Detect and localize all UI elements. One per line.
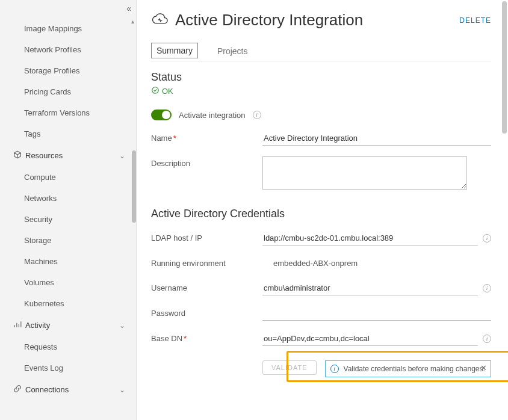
- info-icon: i: [330, 365, 339, 373]
- name-label: Name*: [151, 131, 256, 143]
- sidebar-item-label: Image Mappings: [24, 24, 82, 33]
- sidebar-group-label: Connections: [25, 385, 69, 394]
- tab-projects[interactable]: Projects: [215, 43, 250, 61]
- ldap-label: LDAP host / IP: [151, 231, 256, 242]
- status-heading: Status: [151, 71, 491, 84]
- sidebar-item-pricing-cards[interactable]: Pricing Cards: [0, 81, 136, 102]
- ldap-host-input[interactable]: [262, 231, 478, 246]
- running-env-value: embedded-ABX-onprem: [262, 256, 359, 270]
- sidebar-item-networks[interactable]: Networks: [0, 188, 136, 209]
- basedn-label: Base DN*: [151, 332, 256, 343]
- sidebar-scrollbar[interactable]: [132, 150, 136, 223]
- sidebar-group-label: Activity: [25, 321, 50, 330]
- credentials-heading: Active Directory Credentials: [151, 208, 491, 220]
- sidebar-item-label: Tags: [24, 129, 40, 138]
- basedn-input[interactable]: [262, 332, 478, 346]
- chevron-down-icon: ⌄: [119, 152, 130, 160]
- sidebar-group-activity[interactable]: Activity ⌄: [0, 314, 136, 336]
- sidebar-item-label: Security: [24, 215, 52, 224]
- chevron-down-icon: ⌄: [119, 386, 130, 394]
- validate-info-banner: i Validate credentials before making cha…: [325, 360, 491, 377]
- sidebar-item-image-mappings[interactable]: Image Mappings: [0, 18, 136, 39]
- page-title: Active Directory Integration: [175, 11, 363, 29]
- name-input[interactable]: [262, 131, 491, 146]
- check-circle-icon: [151, 86, 160, 96]
- sidebar-item-label: Storage Profiles: [24, 66, 80, 75]
- activate-integration-label: Activate integration: [179, 111, 246, 120]
- username-label: Username: [151, 281, 256, 292]
- running-env-label: Running environment: [151, 256, 256, 268]
- close-icon[interactable]: ✕: [480, 363, 487, 372]
- main-content: Active Directory Integration DELETE Summ…: [137, 0, 508, 420]
- info-icon[interactable]: i: [483, 335, 491, 343]
- info-icon[interactable]: i: [483, 234, 491, 242]
- sidebar-item-label: Terraform Versions: [24, 108, 90, 117]
- cloud-sync-icon: [151, 13, 169, 28]
- sidebar-item-label: Storage: [24, 236, 52, 245]
- username-input[interactable]: [262, 281, 478, 295]
- sidebar-item-security[interactable]: Security: [0, 209, 136, 230]
- main-scrollbar[interactable]: [502, 1, 507, 134]
- sidebar-item-kubernetes[interactable]: Kubernetes: [0, 293, 136, 314]
- password-input[interactable]: [262, 306, 491, 321]
- validate-button[interactable]: VALIDATE: [262, 360, 317, 375]
- sidebar-item-network-profiles[interactable]: Network Profiles: [0, 39, 136, 60]
- svg-point-0: [152, 87, 159, 94]
- sidebar-item-label: Pricing Cards: [24, 87, 71, 96]
- sidebar-item-events-log[interactable]: Events Log: [0, 357, 136, 378]
- sidebar-group-label: Resources: [25, 151, 63, 160]
- sidebar-item-label: Networks: [24, 194, 57, 203]
- status-text: OK: [162, 87, 173, 96]
- sidebar: « ▴ Image Mappings Network Profiles Stor…: [0, 0, 137, 420]
- description-label: Description: [151, 156, 256, 168]
- sidebar-item-compute[interactable]: Compute: [0, 167, 136, 188]
- password-label: Password: [151, 306, 256, 318]
- info-icon[interactable]: i: [253, 111, 261, 119]
- link-icon: [13, 384, 22, 395]
- sidebar-item-tags[interactable]: Tags: [0, 123, 136, 144]
- sidebar-item-label: Machines: [24, 257, 58, 266]
- sidebar-item-label: Compute: [24, 173, 56, 182]
- sidebar-item-terraform-versions[interactable]: Terraform Versions: [0, 102, 136, 123]
- validate-info-text: Validate credentials before making chang…: [344, 365, 485, 373]
- scroll-up-caret-icon[interactable]: ▴: [131, 18, 134, 25]
- sidebar-group-connections[interactable]: Connections ⌄: [0, 378, 136, 401]
- sidebar-item-machines[interactable]: Machines: [0, 251, 136, 272]
- sidebar-item-label: Events Log: [24, 363, 63, 372]
- chart-icon: [13, 320, 22, 330]
- tabs: Summary Projects: [151, 43, 491, 61]
- cube-icon: [13, 150, 22, 161]
- sidebar-item-storage[interactable]: Storage: [0, 230, 136, 251]
- sidebar-group-resources[interactable]: Resources ⌄: [0, 144, 136, 167]
- sidebar-item-storage-profiles[interactable]: Storage Profiles: [0, 60, 136, 81]
- sidebar-item-volumes[interactable]: Volumes: [0, 272, 136, 293]
- status-ok-indicator: OK: [151, 86, 491, 96]
- sidebar-item-label: Requests: [24, 342, 57, 351]
- delete-button[interactable]: DELETE: [459, 16, 491, 25]
- sidebar-item-label: Volumes: [24, 278, 54, 287]
- sidebar-item-label: Network Profiles: [24, 45, 81, 54]
- tab-summary[interactable]: Summary: [151, 43, 198, 58]
- sidebar-collapse-icon[interactable]: «: [126, 4, 131, 13]
- sidebar-item-requests[interactable]: Requests: [0, 336, 136, 357]
- info-icon[interactable]: i: [483, 284, 491, 292]
- chevron-down-icon: ⌄: [119, 321, 130, 330]
- activate-integration-toggle[interactable]: [151, 110, 172, 120]
- description-textarea[interactable]: [262, 156, 467, 190]
- sidebar-item-label: Kubernetes: [24, 299, 64, 308]
